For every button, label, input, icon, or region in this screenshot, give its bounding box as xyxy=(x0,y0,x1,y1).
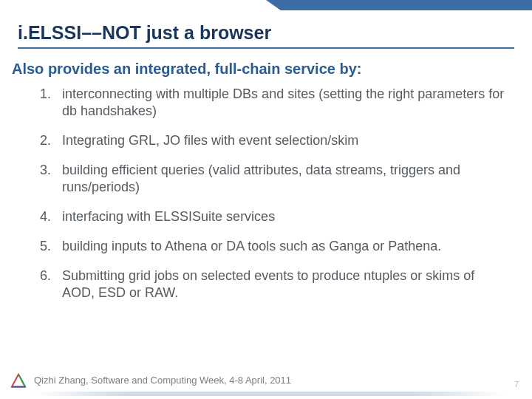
list-item: building efficient queries (valid attrib… xyxy=(40,162,505,196)
bullet-list: interconnecting with multiple DBs and si… xyxy=(40,86,505,314)
list-item: interfacing with ELSSISuite services xyxy=(40,208,505,225)
logo-icon xyxy=(9,372,28,392)
slide-title: i.ELSSI––NOT just a browser xyxy=(18,22,271,44)
slide-subtitle: Also provides an integrated, full-chain … xyxy=(12,61,361,78)
title-underline xyxy=(18,47,514,49)
list-item: Submitting grid jobs on selected events … xyxy=(40,267,505,301)
page-number: 7 xyxy=(514,380,519,389)
footer-text: Qizhi Zhang, Software and Computing Week… xyxy=(34,375,291,386)
footer-accent-bar xyxy=(33,392,505,396)
list-item: interconnecting with multiple DBs and si… xyxy=(40,86,505,120)
header-accent-bar xyxy=(281,0,532,10)
list-item: Integrating GRL, JO files with event sel… xyxy=(40,132,505,149)
list-item: building inputs to Athena or DA tools su… xyxy=(40,238,505,255)
slide: i.ELSSI––NOT just a browser Also provide… xyxy=(0,0,532,399)
